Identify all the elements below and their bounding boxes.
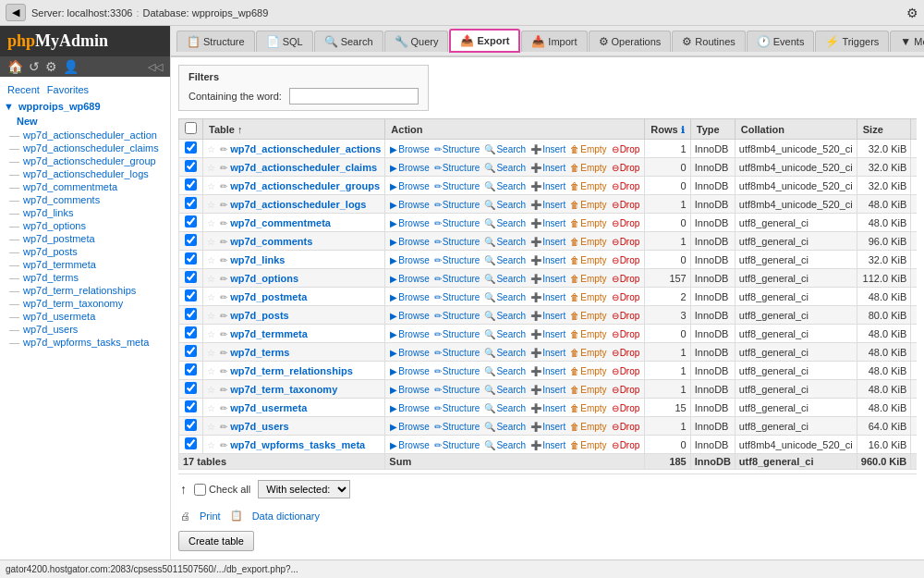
drop-action[interactable]: ⊖Drop [612, 385, 640, 395]
tab-operations[interactable]: ⚙Operations [589, 31, 672, 52]
table-name-link[interactable]: wp7d_posts [230, 310, 289, 321]
browse-action[interactable]: ▶Browse [390, 255, 429, 265]
table-name-link[interactable]: wp7d_termmeta [230, 328, 308, 339]
favorites-label[interactable]: Favorites [47, 84, 89, 95]
browse-action[interactable]: ▶Browse [390, 237, 429, 247]
tab-search[interactable]: 🔍Search [314, 31, 383, 52]
search-action[interactable]: 🔍Search [484, 292, 526, 302]
star-icon[interactable]: ☆ [207, 255, 215, 265]
table-name-link[interactable]: wp7d_postmeta [230, 291, 307, 302]
empty-action[interactable]: 🗑Empty [570, 422, 606, 432]
row-checkbox-cell[interactable] [179, 343, 203, 362]
row-checkbox-cell[interactable] [179, 214, 203, 232]
edit-icon[interactable]: ✏ [220, 255, 227, 265]
collation-header[interactable]: Collation [735, 119, 857, 140]
search-action[interactable]: 🔍Search [484, 311, 526, 321]
edit-icon[interactable]: ✏ [220, 200, 227, 210]
insert-action[interactable]: ➕Insert [530, 366, 565, 376]
row-checkbox-cell[interactable] [179, 325, 203, 343]
table-name-link[interactable]: wp7d_comments [230, 236, 312, 247]
browse-action[interactable]: ▶Browse [390, 385, 429, 395]
tab-export[interactable]: 📤Export [449, 29, 520, 53]
insert-action[interactable]: ➕Insert [530, 274, 565, 284]
structure-action[interactable]: ✏Structure [434, 440, 480, 450]
drop-action[interactable]: ⊖Drop [612, 200, 640, 210]
row-checkbox[interactable] [185, 234, 197, 246]
empty-action[interactable]: 🗑Empty [570, 292, 606, 302]
sidebar-table-item[interactable]: —wp7d_actionscheduler_action [0, 129, 170, 141]
table-name-link[interactable]: wp7d_terms [230, 347, 289, 358]
sidebar-table-item[interactable]: —wp7d_wpforms_tasks_meta [0, 336, 170, 349]
search-action[interactable]: 🔍Search [484, 348, 526, 358]
check-all-bottom-checkbox[interactable] [194, 484, 206, 496]
row-checkbox[interactable] [185, 141, 197, 154]
row-checkbox[interactable] [185, 437, 197, 449]
table-name-link[interactable]: wp7d_commentmeta [230, 217, 331, 228]
insert-action[interactable]: ➕Insert [530, 163, 565, 173]
recent-label[interactable]: Recent [7, 84, 40, 95]
browse-action[interactable]: ▶Browse [390, 218, 429, 228]
empty-action[interactable]: 🗑Empty [570, 144, 606, 154]
sidebar-table-item[interactable]: —wp7d_usermeta [0, 310, 170, 323]
create-table-btn[interactable]: Create table [178, 531, 254, 551]
browse-action[interactable]: ▶Browse [390, 200, 429, 210]
row-checkbox[interactable] [185, 197, 197, 209]
empty-action[interactable]: 🗑Empty [570, 218, 606, 228]
table-name-link[interactable]: wp7d_term_relationships [230, 365, 353, 376]
table-name-link[interactable]: wp7d_term_taxonomy [230, 384, 337, 395]
drop-action[interactable]: ⊖Drop [612, 440, 640, 450]
scroll-top-btn[interactable]: ↑ [180, 482, 187, 497]
sidebar-table-item[interactable]: —wp7d_actionscheduler_logs [0, 167, 170, 180]
browse-action[interactable]: ▶Browse [390, 144, 429, 154]
structure-action[interactable]: ✏Structure [434, 366, 480, 376]
table-name-link[interactable]: wp7d_options [230, 273, 298, 284]
table-name-link[interactable]: wp7d_users [230, 421, 289, 432]
table-header[interactable]: Table ↑ [203, 119, 385, 140]
row-checkbox-cell[interactable] [179, 288, 203, 306]
empty-action[interactable]: 🗑Empty [570, 200, 606, 210]
edit-icon[interactable]: ✏ [220, 329, 227, 339]
row-checkbox-cell[interactable] [179, 399, 203, 417]
row-checkbox[interactable] [185, 252, 197, 264]
star-icon[interactable]: ☆ [207, 348, 215, 358]
empty-action[interactable]: 🗑Empty [570, 403, 606, 413]
drop-action[interactable]: ⊖Drop [612, 292, 640, 302]
insert-action[interactable]: ➕Insert [530, 311, 565, 321]
row-checkbox[interactable] [185, 363, 197, 375]
tab-events[interactable]: 🕐Events [747, 31, 815, 52]
structure-action[interactable]: ✏Structure [434, 200, 480, 210]
drop-action[interactable]: ⊖Drop [612, 329, 640, 339]
structure-action[interactable]: ✏Structure [434, 237, 480, 247]
drop-action[interactable]: ⊖Drop [612, 311, 640, 321]
row-checkbox[interactable] [185, 419, 197, 431]
row-checkbox-cell[interactable] [179, 362, 203, 380]
row-checkbox-cell[interactable] [179, 417, 203, 436]
row-checkbox-cell[interactable] [179, 232, 203, 251]
structure-action[interactable]: ✏Structure [434, 422, 480, 432]
row-checkbox[interactable] [185, 382, 197, 394]
tab-query[interactable]: 🔧Query [384, 31, 449, 52]
edit-icon[interactable]: ✏ [220, 181, 227, 191]
sidebar-table-item[interactable]: —wp7d_options [0, 219, 170, 232]
insert-action[interactable]: ➕Insert [530, 218, 565, 228]
star-icon[interactable]: ☆ [207, 385, 215, 395]
row-checkbox-cell[interactable] [179, 380, 203, 399]
sidebar-table-item[interactable]: —wp7d_links [0, 206, 170, 219]
row-checkbox-cell[interactable] [179, 306, 203, 325]
insert-action[interactable]: ➕Insert [530, 237, 565, 247]
home-icon[interactable]: 🏠 [7, 59, 23, 74]
rows-info-icon[interactable]: ℹ [681, 125, 685, 135]
tab-sql[interactable]: 📄SQL [256, 31, 313, 52]
row-checkbox-cell[interactable] [179, 269, 203, 288]
structure-action[interactable]: ✏Structure [434, 292, 480, 302]
sidebar-table-item[interactable]: —wp7d_comments [0, 193, 170, 206]
search-action[interactable]: 🔍Search [484, 181, 526, 191]
drop-action[interactable]: ⊖Drop [612, 237, 640, 247]
insert-action[interactable]: ➕Insert [530, 144, 565, 154]
insert-action[interactable]: ➕Insert [530, 181, 565, 191]
browse-action[interactable]: ▶Browse [390, 348, 429, 358]
edit-icon[interactable]: ✏ [220, 218, 227, 228]
drop-action[interactable]: ⊖Drop [612, 181, 640, 191]
row-checkbox[interactable] [185, 271, 197, 283]
row-checkbox-cell[interactable] [179, 195, 203, 214]
